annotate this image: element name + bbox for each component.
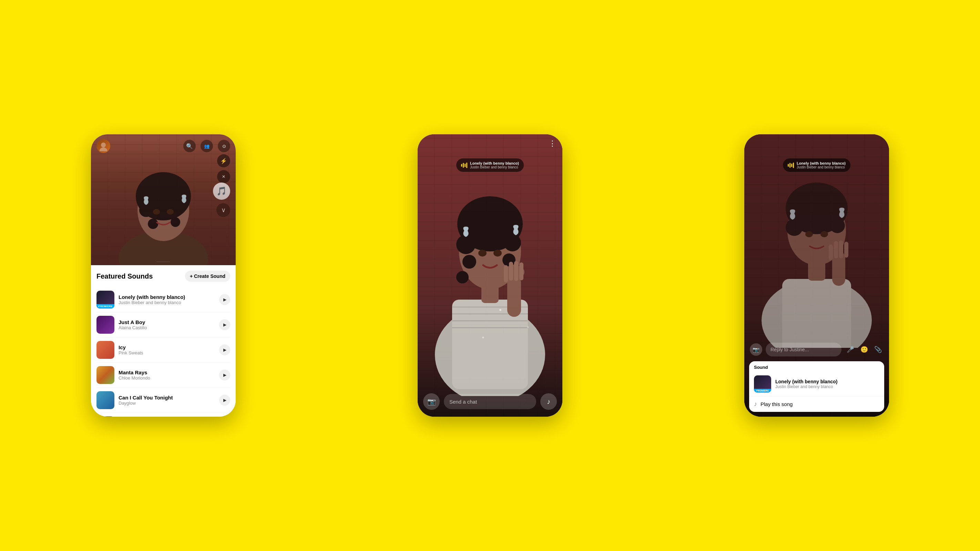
more-options-button[interactable]: ⋮ (549, 139, 557, 148)
play-this-song-label: Play this song (760, 401, 792, 407)
svg-point-43 (805, 231, 813, 237)
sound-waves-icon-3 (788, 162, 794, 168)
sound-item-icy: Icy Pink Sweats ▶ (97, 338, 230, 363)
sound-card-item[interactable]: PREMIERE Lonely (with benny blanco) Just… (749, 372, 884, 396)
play-button-canicall[interactable]: ▶ (219, 395, 230, 406)
sound-thumb-justboy (97, 316, 115, 334)
svg-point-22 (463, 255, 476, 268)
svg-rect-37 (782, 279, 851, 348)
sound-artist-justboy: Alaina Castillo (119, 325, 215, 330)
svg-point-6 (170, 217, 180, 227)
wave-bar-4 (466, 162, 467, 168)
add-friend-icon: 👥 (204, 144, 210, 149)
svg-point-7 (153, 209, 160, 214)
sound-thumb-canicall (97, 391, 115, 409)
svg-point-33 (499, 309, 501, 311)
phone-3: Lonely (with benny blanco) Justin Bieber… (744, 134, 889, 417)
song-pill-title-2: Lonely (with benny blanco) (470, 161, 519, 165)
emoji-button[interactable]: 🙂 (859, 344, 870, 355)
svg-point-5 (148, 219, 158, 229)
featured-sounds-header: Featured Sounds + Create Sound (97, 271, 230, 282)
song-pill-title-3: Lonely (with benny blanco) (797, 161, 846, 165)
sound-artist-lonely: Justin Bieber and benny blanco (119, 300, 215, 305)
phone1-top-bar: 🔍 👥 ⊙ (91, 134, 236, 158)
wave-bar-3-1 (788, 164, 789, 167)
search-icon: 🔍 (186, 143, 193, 149)
play-button-lonely[interactable]: ▶ (219, 294, 230, 305)
svg-rect-15 (452, 320, 528, 321)
sound-card-artist: Justin Bieber and benny blanco (775, 384, 880, 389)
svg-point-41 (786, 219, 803, 236)
sound-item-canicall: Can I Call You Tonight Dayglow ▶ (97, 388, 230, 413)
avatar[interactable] (97, 139, 110, 153)
play-this-song-button[interactable]: ♪ Play this song (749, 396, 884, 412)
sound-name-icy: Icy (119, 345, 215, 350)
reply-input[interactable]: Reply to Justine... (766, 343, 842, 356)
music-note-button-2[interactable]: ♪ (540, 393, 557, 410)
search-button[interactable]: 🔍 (183, 140, 196, 152)
add-friend-button[interactable]: 👥 (200, 140, 213, 152)
song-pill-2[interactable]: Lonely (with benny blanco) Justin Bieber… (456, 159, 524, 172)
song-pill-info-3: Lonely (with benny blanco) Justin Bieber… (797, 161, 846, 169)
svg-point-25 (478, 250, 487, 257)
music-note-play-icon: ♪ (754, 400, 757, 408)
svg-point-3 (139, 203, 153, 217)
featured-sounds-title: Featured Sounds (97, 272, 153, 280)
sound-waves-icon (461, 162, 467, 168)
phone-2: ⋮ Lonely (with benny blanco) Justin Bieb… (418, 134, 562, 417)
sound-info-manta: Manta Rays Chloe Moriondo (119, 370, 215, 381)
reply-bar: 📷 Reply to Justine... 🎤 🙂 📎 (744, 338, 889, 361)
phone3-bottom-area: 📷 Reply to Justine... 🎤 🙂 📎 (744, 338, 889, 417)
sound-name-lonely: Lonely (with benny blanco) (119, 294, 215, 300)
sound-info-lonely: Lonely (with benny blanco) Justin Bieber… (119, 294, 215, 305)
person-silhouette-3 (758, 155, 875, 348)
svg-point-24 (456, 271, 469, 283)
play-button-justboy[interactable]: ▶ (219, 319, 230, 330)
emoji-icon: 🙂 (861, 346, 868, 353)
wave-bar-3-4 (793, 162, 794, 168)
sound-info-justboy: Just A Boy Alaina Castillo (119, 319, 215, 330)
phone3-camera-area: Lonely (with benny blanco) Justin Bieber… (744, 134, 889, 417)
create-sound-button[interactable]: + Create Sound (185, 271, 230, 282)
avatar-icon (98, 141, 108, 151)
song-pill-3[interactable]: Lonely (with benny blanco) Justin Bieber… (783, 159, 850, 172)
person-silhouette-2 (431, 155, 549, 396)
svg-point-8 (167, 209, 174, 214)
sticker-button[interactable]: 📎 (872, 344, 883, 355)
svg-point-26 (493, 250, 502, 257)
wave-bar-1 (461, 164, 462, 167)
wave-bar-3 (465, 164, 466, 167)
wave-bar-2 (463, 163, 464, 168)
svg-point-34 (527, 327, 528, 328)
send-chat-input[interactable]: Send a chat (444, 394, 536, 409)
play-button-icy[interactable]: ▶ (219, 345, 230, 356)
phone-1: 🔍 👥 ⊙ ⚡ ✕ 🎵 ∨ (91, 134, 236, 417)
sound-artist-manta: Chloe Moriondo (119, 375, 215, 381)
sound-artist-icy: Pink Sweats (119, 350, 215, 356)
svg-point-44 (821, 231, 828, 237)
sound-thumb-lonely: PREMIERE (97, 291, 115, 308)
reply-icons: 🎤 🙂 📎 (845, 344, 883, 355)
phone2-camera-area: ⋮ Lonely (with benny blanco) Justin Bieb… (418, 134, 562, 417)
capture-icon: ⊙ (222, 144, 226, 149)
wave-bar-3-2 (789, 163, 791, 168)
svg-rect-27 (507, 275, 521, 317)
camera-icon-2: 📷 (427, 397, 436, 406)
svg-rect-32 (519, 262, 523, 280)
sound-card-premiere-badge: PREMIERE (754, 389, 771, 392)
svg-rect-31 (514, 261, 518, 281)
capture-mode-button[interactable]: ⊙ (218, 140, 230, 152)
svg-point-10 (100, 148, 107, 151)
sound-name-manta: Manta Rays (119, 370, 215, 375)
sound-section-label: Sound (749, 361, 884, 372)
sound-item-justboy: Just A Boy Alaina Castillo ▶ (97, 312, 230, 338)
sound-name-canicall: Can I Call You Tonight (119, 395, 215, 400)
svg-point-35 (482, 337, 484, 338)
svg-rect-49 (844, 242, 848, 257)
premiere-badge: PREMIERE (97, 304, 115, 308)
camera-button-3[interactable]: 📷 (750, 343, 762, 356)
phone2-bottom-bar: 📷 Send a chat ♪ (418, 393, 562, 410)
camera-button-2[interactable]: 📷 (423, 393, 440, 410)
microphone-button[interactable]: 🎤 (845, 344, 856, 355)
play-button-manta[interactable]: ▶ (219, 370, 230, 381)
